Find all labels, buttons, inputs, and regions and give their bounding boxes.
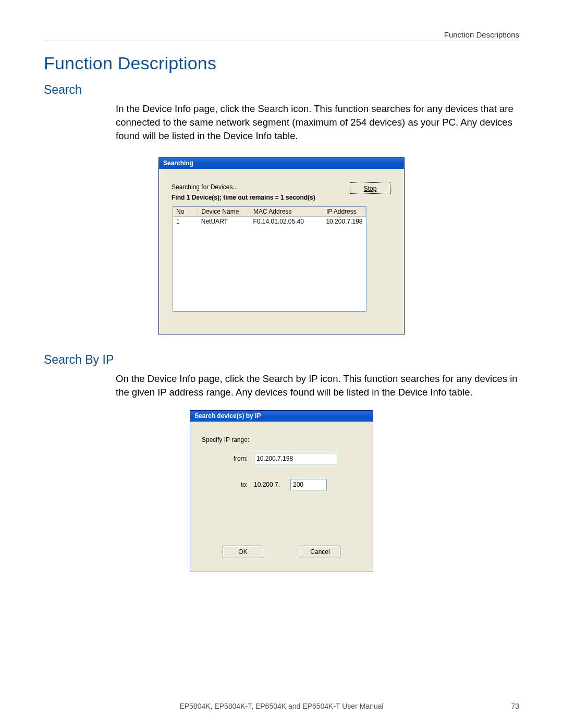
figure-searching-dialog: Searching Stop Searching for Devices... … bbox=[44, 143, 519, 335]
col-device-name[interactable]: Device Name bbox=[198, 207, 250, 217]
figure-search-by-ip-dialog: Search device(s) by IP Specify IP range:… bbox=[44, 399, 519, 572]
main-content: Function Descriptions Search In the Devi… bbox=[44, 53, 519, 572]
ok-button[interactable]: OK bbox=[223, 546, 263, 558]
footer-page-number: 73 bbox=[511, 702, 519, 710]
section-body-search: In the Device Info page, click the Searc… bbox=[116, 102, 519, 143]
cell-ip: 10.200.7.198 bbox=[323, 216, 365, 226]
from-label: from: bbox=[222, 455, 248, 462]
from-row: from: bbox=[222, 453, 361, 464]
device-table: No Device Name MAC Address IP Address 1 … bbox=[173, 207, 366, 226]
search-by-ip-dialog: Search device(s) by IP Specify IP range:… bbox=[190, 410, 373, 572]
specify-ip-range-label: Specify IP range: bbox=[202, 436, 361, 443]
searching-dialog: Searching Stop Searching for Devices... … bbox=[158, 157, 405, 335]
table-row[interactable]: 1 NetUART F0.14.01.02.05.40 10.200.7.198 bbox=[173, 216, 366, 226]
col-no[interactable]: No bbox=[173, 207, 198, 217]
searching-dialog-title: Searching bbox=[159, 158, 404, 169]
searching-dialog-body: Stop Searching for Devices... Find 1 Dev… bbox=[159, 169, 404, 335]
stop-button[interactable]: Stop bbox=[350, 182, 390, 194]
device-list: No Device Name MAC Address IP Address 1 … bbox=[173, 206, 366, 312]
col-mac[interactable]: MAC Address bbox=[250, 207, 323, 217]
search-by-ip-dialog-title: Search device(s) by IP bbox=[190, 411, 373, 422]
to-label: to: bbox=[222, 481, 248, 488]
cancel-button[interactable]: Cancel bbox=[300, 546, 340, 558]
cell-name: NetUART bbox=[198, 216, 250, 226]
page-title: Function Descriptions bbox=[44, 53, 519, 73]
dialog-buttons: OK Cancel bbox=[190, 546, 373, 558]
header-section-name: Function Descriptions bbox=[444, 30, 519, 39]
cell-no: 1 bbox=[173, 216, 198, 226]
col-ip[interactable]: IP Address bbox=[323, 207, 365, 217]
section-heading-search: Search bbox=[44, 83, 519, 97]
footer-doc-title: EP5804K, EP5804K-T, EP6504K and EP6504K-… bbox=[44, 702, 519, 710]
section-heading-search-by-ip: Search By IP bbox=[44, 353, 519, 367]
header-divider bbox=[44, 41, 519, 41]
to-row: to: 10.200.7. bbox=[222, 479, 361, 490]
search-by-ip-dialog-body: Specify IP range: from: to: 10.200.7. OK… bbox=[190, 422, 373, 572]
ip-from-input[interactable] bbox=[254, 453, 337, 464]
searching-status-line2: Find 1 Device(s); time out remains = 1 s… bbox=[172, 194, 391, 201]
to-prefix: 10.200.7. bbox=[254, 481, 290, 488]
ip-to-input[interactable] bbox=[290, 479, 327, 490]
cell-mac: F0.14.01.02.05.40 bbox=[250, 216, 323, 226]
section-body-search-by-ip: On the Device Info page, click the Searc… bbox=[116, 372, 519, 399]
device-table-header-row: No Device Name MAC Address IP Address bbox=[173, 207, 366, 217]
manual-page: Function Descriptions Function Descripti… bbox=[0, 0, 563, 728]
